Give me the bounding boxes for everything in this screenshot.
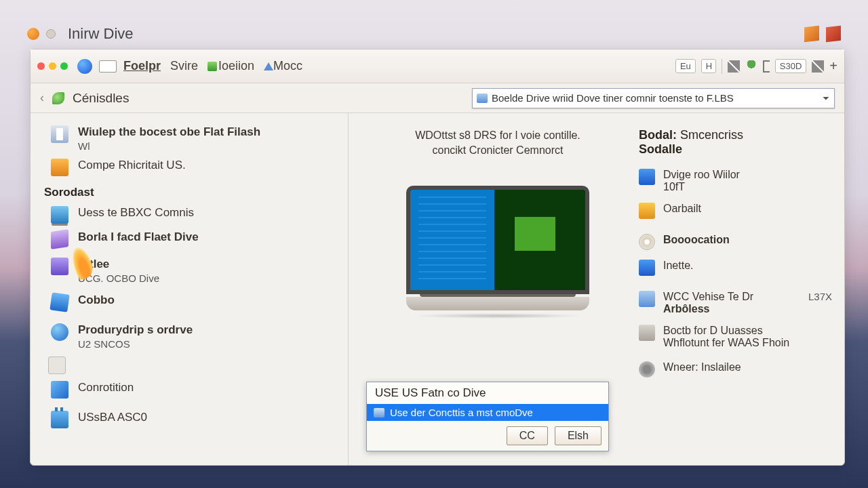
dialog-buttons: CC Elsh xyxy=(367,421,608,451)
add-button[interactable]: + xyxy=(829,58,837,74)
sidebar-heading: Sorodast xyxy=(44,186,341,199)
module-icon xyxy=(51,258,68,275)
pin-icon[interactable] xyxy=(745,60,757,73)
sidebar-item[interactable]: USsBA ASC0 xyxy=(51,411,341,428)
readout: S30D xyxy=(775,59,807,73)
main-window: Foelpr Svire Ioeiion Mocc Eu H S30D + ‹ … xyxy=(30,49,845,466)
list-item[interactable]: Inette. xyxy=(639,260,832,276)
description-text: WDOttst s8 DRS for l voie contille. conc… xyxy=(415,128,580,159)
layers-icon xyxy=(51,229,68,249)
usb-icon xyxy=(639,291,655,307)
separator xyxy=(722,59,722,74)
minimize-icon[interactable] xyxy=(49,62,56,70)
menu-item[interactable]: Mocc xyxy=(264,59,302,73)
address-combo[interactable]: Boelde Drive wriid Dove tiner comnir toe… xyxy=(472,88,835,108)
folder-icon xyxy=(639,203,655,219)
gear-icon xyxy=(639,361,655,378)
menu-bar: Foelpr Svire Ioeiion Mocc xyxy=(123,59,302,73)
right-column: Bodal: Smcencriss Sodalle Dvige roo Wiil… xyxy=(639,128,832,458)
app-icon xyxy=(27,28,39,40)
folder-icon xyxy=(639,169,655,185)
toolbar-right: Eu H S30D + xyxy=(675,58,837,74)
folder-icon xyxy=(639,260,655,276)
monitor-icon xyxy=(51,206,68,224)
breadcrumb-bar: ‹ Cénisdles Boelde Drive wriid Dove tine… xyxy=(31,83,844,113)
menu-item[interactable]: Foelpr xyxy=(123,59,161,73)
close-icon[interactable] xyxy=(37,62,45,70)
sidebar-item[interactable] xyxy=(48,357,341,374)
address-text: Boelde Drive wriid Dove tiner comnir toe… xyxy=(492,92,734,104)
usb-icon xyxy=(51,411,68,428)
refresh-icon[interactable] xyxy=(52,92,64,104)
sidebar-item[interactable]: Conrotition xyxy=(51,381,341,399)
dialog-selection[interactable]: Use der Concttis a mst cmoDve xyxy=(367,404,608,421)
menu-item[interactable]: Ioeiion xyxy=(208,59,254,73)
folder-icon xyxy=(208,62,217,71)
drive-icon xyxy=(477,94,488,103)
tray-icon[interactable] xyxy=(804,26,819,42)
list-item[interactable]: Dvige roo Wiilor10fT xyxy=(639,169,832,193)
sidebar-item[interactable]: Wiulep the bocest obe Flat FilashWl xyxy=(51,125,341,152)
tower-icon xyxy=(639,325,655,341)
app-title: Inirw Dive xyxy=(68,25,134,43)
sidebar-item[interactable]: Compe Rhicritait US. xyxy=(51,159,341,176)
list-item[interactable]: Wneer: Inslailee xyxy=(639,361,832,378)
desktop-titlebar: Inirw Dive xyxy=(27,20,841,47)
laptop-illustration xyxy=(406,186,589,319)
chevron-down-icon[interactable]: ⏷ xyxy=(822,94,830,103)
ok-button[interactable]: CC xyxy=(507,426,548,445)
sidebar-item[interactable]: Borla I facd Flaet Dive xyxy=(51,230,341,248)
chip[interactable]: Eu xyxy=(675,59,696,73)
sidebar: Wiulep the bocest obe Flat FilashWl Comp… xyxy=(31,113,348,465)
sidebar-item[interactable]: Produrydrip s ordrveU2 SNCOS xyxy=(51,323,341,350)
tab-icon[interactable] xyxy=(99,60,117,73)
usb-dialog: USE US Fatn co Dive Use der Concttis a m… xyxy=(366,382,609,451)
edit-icon[interactable] xyxy=(812,60,824,73)
maximize-icon[interactable] xyxy=(60,62,68,70)
back-button[interactable]: ‹ xyxy=(40,91,44,105)
globe-icon[interactable] xyxy=(77,59,92,74)
center-column: WDOttst s8 DRS for l voie contille. conc… xyxy=(369,128,627,458)
sidebar-item[interactable]: NitleeUCG. OCBO Dive xyxy=(51,258,341,284)
flash-drive-icon xyxy=(51,125,68,143)
tray-icon[interactable] xyxy=(826,26,841,42)
globe-icon xyxy=(51,323,68,341)
sidebar-item[interactable]: Cobbo xyxy=(51,293,341,311)
app-icon-secondary xyxy=(46,29,56,39)
drive-icon xyxy=(374,408,384,418)
list-item[interactable]: Boctb for D UuassesWhflotunt fer WAAS Fh… xyxy=(639,325,832,349)
dialog-title: USE US Fatn co Dive xyxy=(367,382,608,404)
triangle-icon xyxy=(264,62,273,70)
box-icon xyxy=(51,381,68,399)
sidebar-item[interactable]: Uess te BBXC Comnis xyxy=(51,206,341,224)
cube-icon xyxy=(50,292,69,312)
bracket-icon[interactable] xyxy=(763,60,770,73)
list-item[interactable]: Boooocation xyxy=(639,234,832,250)
disc-icon xyxy=(639,234,655,250)
breadcrumb[interactable]: Cénisdles xyxy=(73,91,129,106)
list-item[interactable]: WCC Vehise Te DrArbôless L37X xyxy=(639,291,832,315)
folder-icon xyxy=(51,159,68,176)
main-panel: WDOttst s8 DRS for l voie contille. conc… xyxy=(348,113,844,465)
chip[interactable]: H xyxy=(701,59,716,73)
document-icon xyxy=(48,357,66,374)
list-item[interactable]: Oarbailt xyxy=(639,203,832,219)
menu-item[interactable]: Svire xyxy=(170,59,198,73)
right-heading: Bodal: Smcencriss Sodalle xyxy=(639,128,832,157)
edit-icon[interactable] xyxy=(728,60,740,73)
window-controls[interactable] xyxy=(37,62,68,70)
window-toolbar: Foelpr Svire Ioeiion Mocc Eu H S30D + xyxy=(31,49,844,83)
cancel-button[interactable]: Elsh xyxy=(555,426,601,445)
